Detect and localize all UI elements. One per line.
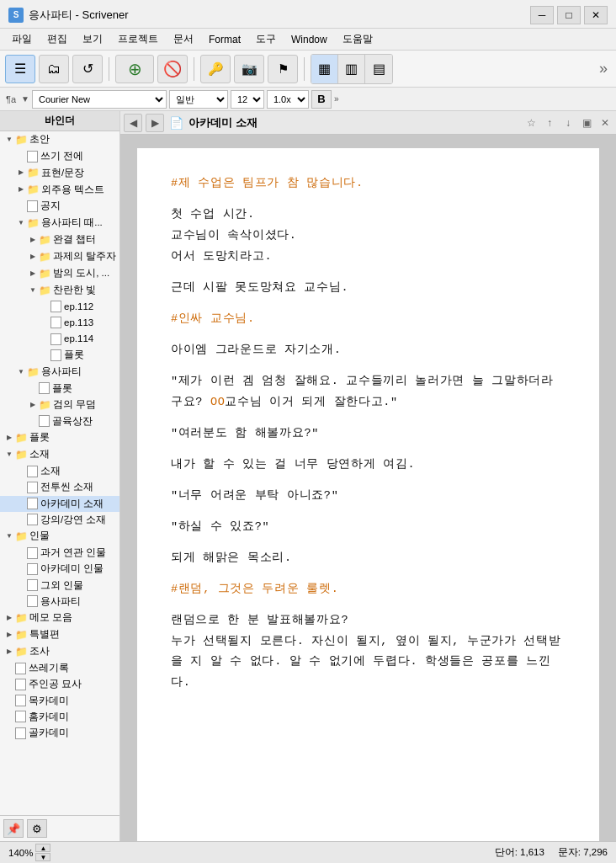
sidebar-item-초안[interactable]: ▼📁초안 — [0, 131, 119, 148]
key-button[interactable]: 🔑 — [200, 55, 231, 83]
sidebar-item-아카데미소재[interactable]: 아카데미 소재 — [0, 496, 119, 512]
arrow-icon[interactable]: ▼ — [3, 135, 15, 145]
menu-view[interactable]: 보기 — [76, 30, 109, 48]
layout2-button[interactable]: ▥ — [338, 55, 365, 83]
sidebar-item-밤의도시[interactable]: ▶📁밤의 도시, ... — [0, 265, 119, 282]
menu-format[interactable]: Format — [202, 32, 247, 47]
sidebar-item-플롯2[interactable]: 플롯 — [0, 381, 119, 397]
folder-icon: 📁 — [15, 430, 28, 445]
sidebar-item-찬란한빛[interactable]: ▼📁찬란한 빛 — [0, 282, 119, 299]
add-button[interactable]: ⊕ — [115, 55, 154, 83]
zoom-down-button[interactable]: ▼ — [35, 853, 50, 861]
arrow-icon[interactable]: ▼ — [3, 450, 15, 460]
camera-button[interactable]: 📷 — [234, 55, 264, 83]
sidebar-item-label: 홈카데미 — [29, 710, 69, 724]
sidebar-item-플롯3[interactable]: ▶📁플롯 — [0, 429, 119, 446]
arrow-icon[interactable]: ▶ — [3, 630, 15, 640]
zoom-up-button[interactable]: ▲ — [35, 844, 50, 852]
editor-star-icon[interactable]: ☆ — [523, 115, 539, 131]
layout3-button[interactable]: ▤ — [365, 55, 392, 83]
sidebar-item-특별편[interactable]: ▶📁특별편 — [0, 626, 119, 643]
menu-help[interactable]: 도움말 — [336, 30, 380, 48]
flag-button[interactable]: ⚑ — [268, 55, 298, 83]
menu-document[interactable]: 문서 — [167, 30, 200, 48]
toolbar-more-button[interactable]: » — [596, 56, 611, 81]
doc-icon — [27, 514, 38, 525]
bold-button[interactable]: B — [311, 90, 332, 109]
no-button[interactable]: 🚫 — [157, 55, 188, 83]
menu-file[interactable]: 파일 — [5, 30, 39, 48]
arrow-icon[interactable]: ▶ — [3, 647, 15, 657]
sidebar-item-골카데미[interactable]: 골카데미 — [0, 725, 119, 741]
sidebar-item-홈카데미[interactable]: 홈카데미 — [0, 709, 119, 725]
arrow-icon[interactable]: ▶ — [27, 269, 39, 279]
sidebar-item-소재[interactable]: 소재 — [0, 463, 119, 479]
sidebar-item-쓰레기록[interactable]: 쓰레기록 — [0, 660, 119, 676]
minimize-button[interactable]: ─ — [530, 6, 554, 24]
sidebar-item-아카데미인물[interactable]: 아카데미 인물 — [0, 561, 119, 577]
arrow-icon[interactable]: ▶ — [15, 184, 27, 194]
spacing-selector[interactable]: 1.0x — [267, 90, 309, 109]
menu-edit[interactable]: 편집 — [40, 30, 74, 48]
sidebar-item-목카데미[interactable]: 목카데미 — [0, 693, 119, 709]
editor-up-icon[interactable]: ↑ — [542, 115, 557, 131]
sidebar-item-주인공묘사[interactable]: 주인공 묘사 — [0, 676, 119, 692]
format-more-button[interactable]: » — [334, 94, 339, 104]
editor-nav-forward[interactable]: ▶ — [146, 114, 164, 132]
arrow-icon[interactable]: ▼ — [15, 367, 27, 377]
sidebar-item-인물[interactable]: ▼📁인물 — [0, 528, 119, 545]
size-selector[interactable]: 12 — [231, 90, 264, 109]
style-selector[interactable]: 일반 — [169, 90, 228, 109]
close-button[interactable]: ✕ — [584, 6, 608, 24]
sidebar-item-완결챕터[interactable]: ▶📁완결 챕터 — [0, 232, 119, 248]
sidebar-item-과거연관인물[interactable]: 과거 연관 인물 — [0, 545, 119, 561]
sidebar-item-label: 인물 — [29, 529, 50, 543]
sidebar-item-외주용텍스트[interactable]: ▶📁외주용 텍스트 — [0, 181, 119, 198]
editor-down-icon[interactable]: ↓ — [560, 115, 576, 131]
sidebar-pin-button[interactable]: 📌 — [3, 819, 24, 838]
editor-split-icon[interactable]: ▣ — [579, 115, 594, 131]
sidebar-item-용사파티2[interactable]: ▼📁용사파티 — [0, 364, 119, 381]
binder-button[interactable]: ☰ — [5, 55, 35, 83]
sidebar-item-조사[interactable]: ▶📁조사 — [0, 643, 119, 660]
sidebar-item-ep113[interactable]: ep.113 — [0, 315, 119, 331]
arrow-icon[interactable]: ▶ — [3, 613, 15, 623]
arrow-icon[interactable]: ▶ — [27, 235, 39, 245]
format-para-arrow[interactable]: ▼ — [21, 94, 29, 104]
arrow-icon[interactable]: ▶ — [27, 252, 39, 262]
arrow-icon[interactable]: ▶ — [27, 400, 39, 410]
open-file-button[interactable]: 🗂 — [39, 55, 69, 83]
sidebar-item-용사파티3[interactable]: 용사파티 — [0, 594, 119, 610]
sidebar-item-ep112[interactable]: ep.112 — [0, 299, 119, 315]
arrow-icon[interactable]: ▼ — [15, 218, 27, 228]
sidebar-item-공지[interactable]: 공지 — [0, 198, 119, 214]
sidebar-item-메모모음[interactable]: ▶📁메모 모음 — [0, 610, 119, 626]
sidebar-item-플롯1[interactable]: 플롯 — [0, 347, 119, 363]
editor-close-icon[interactable]: ✕ — [597, 115, 613, 131]
sidebar-item-과제의탈주자[interactable]: ▶📁과제의 탈주자 — [0, 248, 119, 265]
layout1-button[interactable]: ▦ — [311, 55, 338, 83]
sidebar-item-쓰기전에[interactable]: 쓰기 전에 — [0, 148, 119, 164]
arrow-icon[interactable]: ▼ — [3, 531, 15, 541]
sidebar-item-그외인물[interactable]: 그외 인물 — [0, 578, 119, 594]
sidebar-item-표현문장[interactable]: ▶📁표현/문장 — [0, 164, 119, 181]
menu-window[interactable]: Window — [284, 32, 334, 47]
arrow-icon[interactable]: ▶ — [3, 433, 15, 443]
sidebar-item-ep114[interactable]: ep.114 — [0, 331, 119, 347]
sidebar-item-용사파티때[interactable]: ▼📁용사파티 때... — [0, 215, 119, 232]
arrow-icon[interactable]: ▼ — [27, 285, 39, 296]
sidebar-item-전투씬소재[interactable]: 전투씬 소재 — [0, 479, 119, 495]
maximize-button[interactable]: □ — [557, 6, 581, 24]
editor-scroll-area[interactable]: #제 수업은 팀프가 참 많습니다.첫 수업 시간.교수님이 속삭이셨다.어서 … — [120, 135, 616, 841]
sync-button[interactable]: ↺ — [72, 55, 103, 83]
font-selector[interactable]: Courier New — [32, 90, 167, 109]
sidebar-item-소재그룹[interactable]: ▼📁소재 — [0, 446, 119, 463]
menu-project[interactable]: 프로젝트 — [111, 30, 165, 48]
arrow-icon[interactable]: ▶ — [15, 168, 27, 178]
menu-tools[interactable]: 도구 — [249, 30, 283, 48]
sidebar-item-강의강연소재[interactable]: 강의/강연 소재 — [0, 512, 119, 528]
sidebar-item-검의무덤[interactable]: ▶📁검의 무덤 — [0, 397, 119, 413]
sidebar-item-골육상잔[interactable]: 골육상잔 — [0, 413, 119, 429]
sidebar-settings-button[interactable]: ⚙ — [27, 819, 47, 838]
editor-nav-back[interactable]: ◀ — [124, 114, 142, 132]
